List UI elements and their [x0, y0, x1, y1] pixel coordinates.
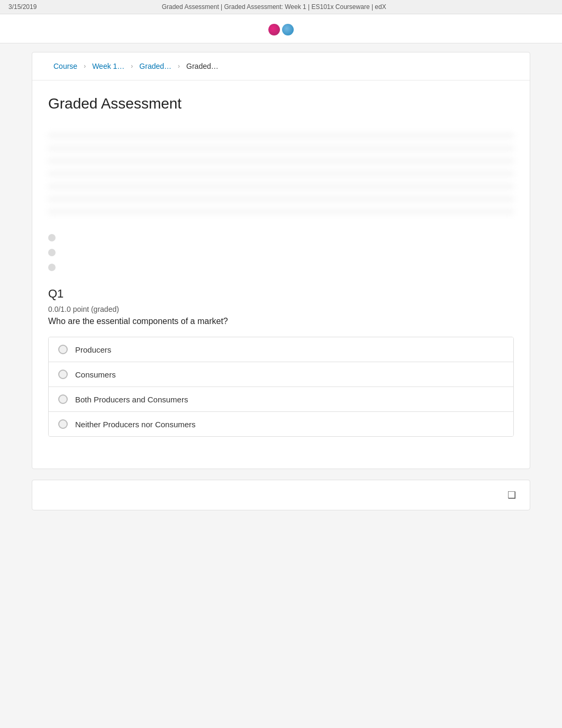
bookmark-button[interactable]: ❑	[504, 488, 519, 502]
browser-title: Graded Assessment | Graded Assessment: W…	[37, 3, 511, 11]
page-title: Graded Assessment	[48, 95, 514, 112]
answer-option-consumers[interactable]: Consumers	[49, 362, 513, 387]
question-score: 0.0/1.0 point (graded)	[48, 305, 514, 313]
edx-logo	[268, 24, 294, 35]
question-label: Q1	[48, 287, 514, 301]
answer-label-both: Both Producers and Consumers	[75, 395, 188, 404]
breadcrumb-course[interactable]: Course	[48, 60, 83, 73]
answer-option-both[interactable]: Both Producers and Consumers	[49, 387, 513, 412]
question-text: Who are the essential components of a ma…	[48, 317, 514, 326]
blurred-content	[48, 133, 514, 218]
logo-dot-pink	[268, 24, 280, 35]
answer-label-neither: Neither Producers nor Consumers	[75, 420, 196, 429]
browser-bar: 3/15/2019 Graded Assessment | Graded Ass…	[0, 0, 562, 14]
browser-date: 3/15/2019	[8, 3, 37, 11]
bottom-bar: ❑	[32, 480, 530, 510]
answer-option-neither[interactable]: Neither Producers nor Consumers	[49, 412, 513, 436]
answer-label-consumers: Consumers	[75, 370, 116, 379]
bullet-dot-3	[48, 264, 56, 271]
logo-area	[0, 14, 562, 43]
breadcrumb-week1[interactable]: Week 1…	[87, 60, 130, 73]
breadcrumb-graded2: Graded…	[181, 60, 224, 73]
answer-label-producers: Producers	[75, 345, 111, 354]
blurred-section	[32, 123, 530, 229]
page-title-area: Graded Assessment	[32, 80, 530, 123]
content-card: Course › Week 1… › Graded… › Graded… Gra…	[32, 52, 530, 469]
breadcrumb-bar: Course › Week 1… › Graded… › Graded…	[32, 52, 530, 80]
radio-neither[interactable]	[58, 419, 68, 429]
breadcrumb-sep-2: ›	[131, 62, 133, 70]
bullet-dot-1	[48, 234, 56, 241]
radio-both[interactable]	[58, 394, 68, 404]
breadcrumb-sep-1: ›	[84, 62, 86, 70]
breadcrumb-graded1[interactable]: Graded…	[134, 60, 177, 73]
page-wrapper: 3/15/2019 Graded Assessment | Graded Ass…	[0, 0, 562, 510]
breadcrumb-sep-3: ›	[178, 62, 180, 70]
answer-option-producers[interactable]: Producers	[49, 337, 513, 362]
radio-producers[interactable]	[58, 345, 68, 354]
radio-consumers[interactable]	[58, 370, 68, 379]
question-section: Q1 0.0/1.0 point (graded) Who are the es…	[32, 282, 530, 447]
bullet-dots	[32, 229, 530, 282]
logo-dot-blue	[282, 24, 294, 35]
answer-options: Producers Consumers Both Producers and C…	[48, 337, 514, 437]
bullet-dot-2	[48, 249, 56, 256]
